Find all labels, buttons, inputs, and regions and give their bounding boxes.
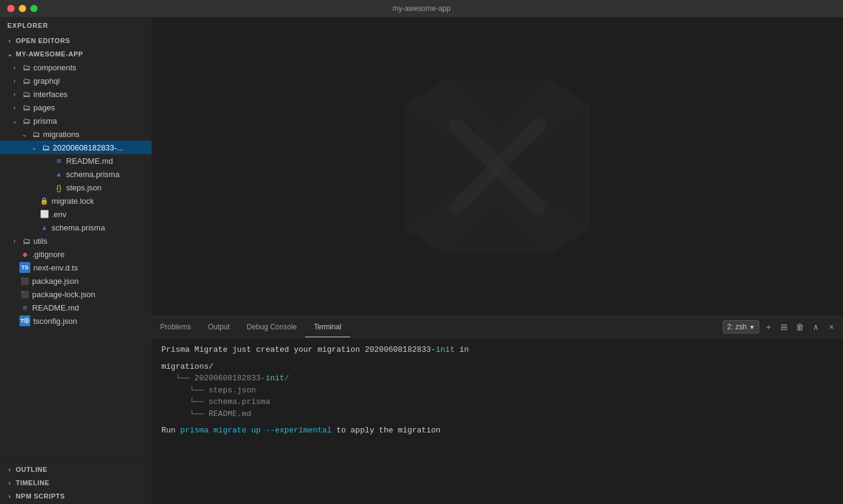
- terminal-text: └── README.md: [161, 409, 251, 418]
- tree-label: schema.prisma: [66, 170, 119, 179]
- terminal-line-1: Prisma Migrate just created your migrati…: [161, 344, 833, 356]
- open-editors-section[interactable]: › Open Editors: [0, 34, 152, 47]
- tree-label: components: [33, 63, 76, 72]
- tree-item-next-env[interactable]: TS next-env.d.ts: [0, 261, 152, 274]
- main-container: Explorer › Open Editors ⌄ MY-AWESOME-APP…: [0, 17, 843, 504]
- folder-open-icon: 🗂: [40, 142, 51, 153]
- folder-icon: 🗂: [21, 102, 32, 113]
- tree-item-prisma[interactable]: ⌄ 🗂 prisma: [0, 114, 152, 127]
- tree-item-graphql[interactable]: › 🗂 graphql: [0, 74, 152, 87]
- tree-label: README.md: [32, 303, 79, 312]
- tree-label: .env: [52, 210, 67, 219]
- terminal-content[interactable]: Prisma Migrate just created your migrati…: [152, 338, 843, 504]
- tab-debug-console[interactable]: Debug Console: [238, 317, 306, 337]
- terminal-delete-button[interactable]: 🗑: [793, 320, 807, 334]
- tree-item-components[interactable]: › 🗂 components: [0, 61, 152, 74]
- terminal-highlight: prisma migrate up --experimental: [180, 426, 332, 435]
- folder-icon: 🗂: [21, 89, 32, 99]
- terminal-highlight: init: [266, 374, 284, 383]
- chevron-down-icon: ⌄: [29, 143, 39, 152]
- file-md-icon: ≡: [19, 302, 30, 313]
- terminal-close-button[interactable]: ×: [825, 320, 838, 334]
- chevron-down-icon: ⌄: [5, 49, 15, 59]
- terminal-text: Run: [161, 426, 180, 435]
- tree-label: README.md: [66, 156, 113, 166]
- terminal-text: to apply the migration: [332, 426, 440, 435]
- terminal-text: └── 20200608182833-: [161, 374, 266, 383]
- tree-item-package-lock-json[interactable]: ⬛ package-lock.json: [0, 287, 152, 301]
- terminal-split-button[interactable]: ⊞: [778, 320, 791, 334]
- tree-label: interfaces: [33, 90, 67, 99]
- file-env-icon: ⬜: [39, 209, 50, 220]
- npm-scripts-panel[interactable]: › NPM Scripts: [0, 489, 152, 503]
- folder-open-icon: 🗂: [30, 129, 41, 139]
- timeline-label: Timeline: [16, 479, 50, 486]
- tree-item-utils[interactable]: › 🗂 utils: [0, 234, 152, 247]
- chevron-right-icon: ›: [10, 62, 19, 72]
- file-ts-icon: TS: [19, 262, 30, 273]
- tree-item-readme-md[interactable]: ≡ README.md: [0, 154, 152, 167]
- close-button[interactable]: [7, 5, 15, 12]
- terminal-controls: 2: zsh ▼ + ⊞ 🗑 ∧ ×: [723, 320, 843, 334]
- tree-label: graphql: [33, 76, 59, 86]
- tab-output[interactable]: Output: [200, 317, 238, 337]
- outline-label: Outline: [16, 466, 47, 473]
- titlebar: my-awesome-app: [0, 0, 843, 17]
- sidebar-header: Explorer: [0, 17, 152, 34]
- npm-scripts-label: NPM Scripts: [16, 492, 65, 500]
- tree-item-env[interactable]: ⬜ .env: [0, 207, 152, 221]
- outline-panel[interactable]: › Outline: [0, 463, 152, 476]
- maximize-button[interactable]: [30, 5, 38, 12]
- window-controls: [7, 5, 38, 12]
- open-editors-label: Open Editors: [16, 37, 70, 44]
- tree-item-steps-json[interactable]: {} steps.json: [0, 181, 152, 194]
- file-gitignore-icon: ◆: [19, 249, 30, 260]
- terminal-text: Prisma Migrate just created your migrati…: [161, 345, 435, 354]
- terminal-text: in: [455, 345, 469, 354]
- terminal-text: /: [284, 374, 289, 383]
- tree-item-interfaces[interactable]: › 🗂 interfaces: [0, 87, 152, 101]
- terminal-line-2: migrations/: [161, 361, 833, 373]
- tab-terminal-label: Terminal: [314, 323, 341, 331]
- window-title: my-awesome-app: [392, 4, 450, 13]
- tree-item-tsconfig[interactable]: Tⓢ tsconfig.json: [0, 314, 152, 328]
- tab-terminal[interactable]: Terminal: [305, 317, 349, 337]
- tree-item-readme-root[interactable]: ≡ README.md: [0, 301, 152, 314]
- terminal-shell-dropdown[interactable]: 2: zsh ▼: [723, 320, 759, 334]
- tree-item-schema-prisma-inner[interactable]: ▲ schema.prisma: [0, 167, 152, 181]
- folder-icon: 🗂: [21, 235, 32, 246]
- project-section[interactable]: ⌄ MY-AWESOME-APP: [0, 47, 152, 61]
- timeline-panel[interactable]: › Timeline: [0, 476, 152, 489]
- tree-item-schema-prisma[interactable]: ▲ schema.prisma: [0, 221, 152, 234]
- tree-label: next-env.d.ts: [33, 263, 78, 272]
- chevron-right-icon: ›: [10, 76, 19, 86]
- terminal-add-button[interactable]: +: [762, 320, 775, 334]
- vscode-logo-area: [152, 17, 843, 316]
- chevron-right-icon: ›: [10, 102, 19, 112]
- chevron-right-icon: ›: [10, 89, 19, 99]
- chevron-down-icon: ⌄: [19, 129, 29, 139]
- tree-item-gitignore[interactable]: ◆ .gitignore: [0, 247, 152, 261]
- terminal-line-3: └── 20200608182833-init/: [161, 372, 833, 385]
- tree-item-pages[interactable]: › 🗂 pages: [0, 101, 152, 114]
- tree-label: pages: [33, 103, 55, 112]
- terminal-line-7: Run prisma migrate up --experimental to …: [161, 425, 833, 437]
- bottom-panels: › Outline › Timeline › NPM Scripts: [0, 461, 152, 504]
- tree-item-migration-folder[interactable]: ⌄ 🗂 20200608182833-...: [0, 141, 152, 154]
- tree-label: steps.json: [66, 183, 102, 192]
- file-ts2-icon: Tⓢ: [19, 315, 30, 326]
- chevron-right-icon: ›: [5, 36, 15, 45]
- tree-label: migrations: [43, 130, 79, 139]
- file-lock-icon: 🔒: [39, 195, 50, 206]
- tab-debug-label: Debug Console: [247, 323, 297, 331]
- tree-item-migrations[interactable]: ⌄ 🗂 migrations: [0, 127, 152, 141]
- tree-item-package-json[interactable]: ⬛ package.json: [0, 274, 152, 287]
- chevron-right-icon: ›: [5, 465, 15, 474]
- terminal-line-5: └── schema.prisma: [161, 396, 833, 408]
- terminal-text: └── schema.prisma: [161, 397, 270, 406]
- tab-problems[interactable]: Problems: [152, 317, 200, 337]
- minimize-button[interactable]: [19, 5, 26, 12]
- terminal-chevron-up-button[interactable]: ∧: [809, 320, 822, 334]
- tree-label: package-lock.json: [32, 290, 95, 299]
- tree-item-migrate-lock[interactable]: 🔒 migrate.lock: [0, 194, 152, 207]
